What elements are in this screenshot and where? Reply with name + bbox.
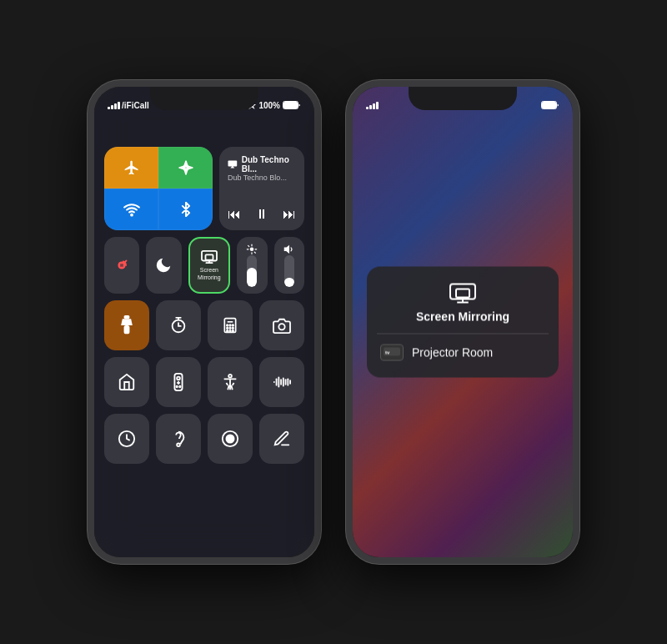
music-block[interactable]: Dub Techno Bl... Dub Techno Blo... ⏮ ⏸ ⏭: [219, 147, 304, 230]
appletv-logo-icon: tv: [384, 348, 400, 358]
timer-button[interactable]: [156, 300, 201, 350]
popup-screen-mirror-icon: [449, 284, 476, 305]
play-pause-button[interactable]: ⏸: [255, 207, 268, 222]
camera-icon: [273, 317, 291, 334]
airplane-icon: [123, 159, 140, 176]
hearing-button[interactable]: [156, 414, 201, 464]
svg-point-31: [233, 325, 234, 326]
bluetooth-icon: [178, 202, 193, 217]
svg-point-57: [226, 435, 235, 444]
left-phone: /iFiCall VPN 100%: [88, 80, 321, 564]
soundwave-button[interactable]: [259, 357, 304, 407]
cc-row-2: ScreenMirroring: [104, 237, 304, 294]
bluetooth-button[interactable]: [158, 189, 213, 230]
popup-title: Screen Mirroring: [416, 310, 509, 324]
airplane-mode-button[interactable]: [104, 147, 158, 189]
volume-slider-track: [284, 255, 294, 287]
svg-point-38: [278, 324, 284, 330]
camera-button[interactable]: [259, 300, 304, 350]
music-title: Dub Techno Bl...: [242, 155, 296, 174]
remote-button[interactable]: [156, 357, 201, 407]
hearing-icon: [170, 430, 187, 448]
calculator-icon: [222, 317, 238, 334]
right-phone: Screen Mirroring tv Projector Room: [346, 80, 579, 564]
volume-icon: [283, 244, 296, 255]
soundwave-icon: [273, 375, 291, 389]
flashlight-icon: [118, 315, 135, 335]
svg-point-4: [131, 214, 133, 216]
svg-point-12: [250, 248, 254, 252]
svg-marker-19: [284, 246, 288, 253]
svg-point-45: [228, 375, 232, 378]
wifi-button[interactable]: [104, 189, 158, 230]
status-left-right: [366, 101, 379, 109]
cellular-button[interactable]: [158, 147, 213, 189]
screen-mirroring-button[interactable]: ScreenMirroring: [188, 237, 231, 294]
timer-icon: [169, 316, 188, 335]
home-icon: [118, 373, 136, 391]
airplay-music-icon: [228, 158, 238, 170]
do-not-disturb-button[interactable]: [146, 237, 181, 294]
screen-mirroring-icon: [200, 249, 218, 264]
cc-row-4: [104, 357, 304, 407]
moon-icon: [154, 256, 173, 274]
flashlight-button[interactable]: [104, 300, 149, 350]
svg-line-16: [255, 252, 256, 253]
connectivity-block[interactable]: [104, 147, 213, 230]
brightness-slider[interactable]: [237, 237, 267, 294]
cc-row-1: Dub Techno Bl... Dub Techno Blo... ⏮ ⏸ ⏭: [104, 147, 304, 230]
battery-icon-right: [541, 101, 559, 109]
home-button[interactable]: [104, 357, 149, 407]
vpn-label: VPN: [225, 100, 246, 110]
rotation-lock-button[interactable]: [104, 237, 139, 294]
rotation-lock-icon: [113, 256, 131, 274]
control-center: Dub Techno Bl... Dub Techno Blo... ⏮ ⏸ ⏭: [94, 117, 314, 564]
wifi-icon: [123, 201, 140, 218]
signal-bars-right: [366, 101, 379, 109]
svg-rect-59: [542, 102, 556, 108]
svg-point-35: [227, 330, 228, 332]
clock-button[interactable]: [104, 414, 149, 464]
popup-header: Screen Mirroring: [377, 284, 549, 335]
battery-icon: [283, 101, 301, 109]
accessibility-icon: [221, 373, 239, 391]
svg-point-34: [233, 328, 234, 330]
cc-row-5: [104, 414, 304, 464]
svg-point-32: [227, 328, 228, 330]
brightness-slider-track: [247, 255, 257, 287]
popup-device-item[interactable]: tv Projector Room: [367, 335, 559, 371]
music-subtitle: Dub Techno Blo...: [228, 174, 296, 182]
svg-point-37: [233, 330, 234, 332]
svg-marker-21: [121, 319, 133, 325]
svg-point-55: [177, 444, 180, 447]
cc-row-3: [104, 300, 304, 350]
music-info: Dub Techno Bl... Dub Techno Blo...: [228, 155, 296, 182]
brightness-icon: [245, 244, 258, 255]
wifi-status-icon: [211, 101, 223, 109]
status-bar-right: [353, 87, 573, 117]
svg-rect-61: [456, 289, 469, 298]
svg-point-33: [229, 328, 231, 330]
screen-record-icon: [221, 430, 239, 448]
svg-text:tv: tv: [385, 350, 390, 355]
music-controls: ⏮ ⏸ ⏭: [228, 207, 296, 222]
clock-icon: [118, 430, 136, 448]
notes-button[interactable]: [259, 414, 304, 464]
svg-point-43: [176, 386, 177, 387]
appletv-icon: tv: [380, 345, 404, 361]
status-right: VPN 100%: [211, 100, 301, 110]
svg-point-44: [179, 386, 180, 387]
svg-point-0: [216, 108, 218, 109]
popup-device-name: Projector Room: [412, 346, 493, 360]
svg-rect-2: [283, 102, 298, 108]
next-track-button[interactable]: ⏭: [283, 207, 296, 222]
accessibility-button[interactable]: [208, 357, 253, 407]
status-left: /iFiCall: [108, 101, 149, 110]
screen-record-button[interactable]: [208, 414, 253, 464]
svg-point-36: [229, 330, 231, 332]
calculator-button[interactable]: [208, 300, 253, 350]
volume-slider[interactable]: [274, 237, 304, 294]
svg-point-40: [177, 377, 180, 380]
prev-track-button[interactable]: ⏮: [228, 207, 241, 222]
location-icon: [248, 101, 256, 109]
